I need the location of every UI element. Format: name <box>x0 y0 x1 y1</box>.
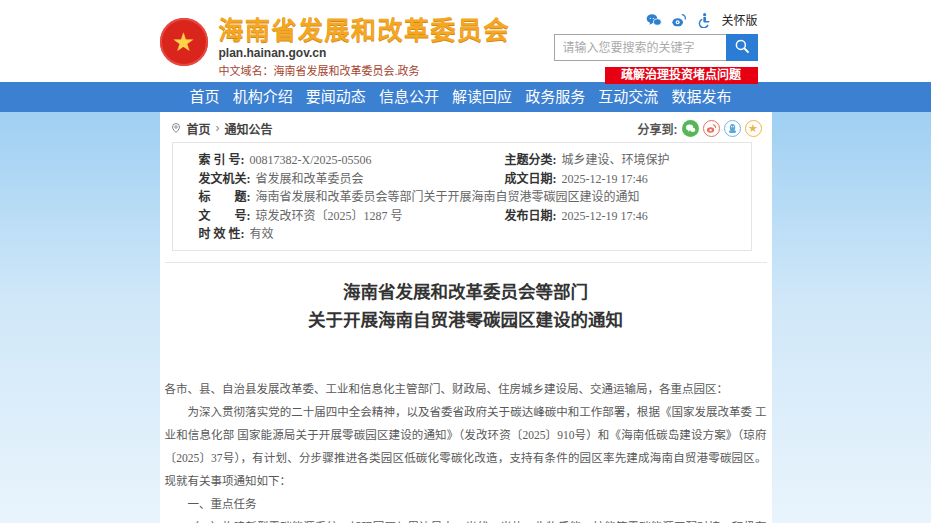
meta-doc-no-label: 文 号: <box>199 207 251 226</box>
site-logo[interactable]: ★ 海南省发展和改革委员会 plan.hainan.gov.cn 中文域名：海南… <box>160 15 511 78</box>
meta-title-value: 海南省发展和改革委员会等部门关于开展海南自贸港零碳园区建设的通知 <box>256 188 640 207</box>
meta-pub-date-label: 发布日期: <box>505 207 557 226</box>
meta-written-date-label: 成文日期: <box>505 170 557 189</box>
wechat-icon[interactable] <box>646 12 662 28</box>
breadcrumb-row: 首页 › 通知公告 分享到: ★ <box>160 117 772 139</box>
article-paragraph: （一）构建新型零碳能源系统。加强园区与周边风电、光伏、光热、生物质能、核能等零碳… <box>165 516 767 523</box>
site-header: ★ 海南省发展和改革委员会 plan.hainan.gov.cn 中文域名：海南… <box>0 0 931 82</box>
document-meta-table: 索 引 号: 00817382-X/2025-05506 主题分类: 城乡建设、… <box>172 142 752 251</box>
search-button[interactable] <box>726 34 758 61</box>
logo-text-block: 海南省发展和改革委员会 plan.hainan.gov.cn 中文域名：海南省发… <box>219 15 511 78</box>
share-wechat-icon[interactable] <box>682 120 699 137</box>
accessibility-icon[interactable] <box>696 12 712 28</box>
care-version-link[interactable]: 关怀版 <box>721 11 757 28</box>
meta-article-divider <box>165 262 767 263</box>
meta-validity-value: 有效 <box>250 225 274 244</box>
page: ★ 海南省发展和改革委员会 plan.hainan.gov.cn 中文域名：海南… <box>0 0 931 523</box>
article-salutation: 各市、县、自治县发展改革委、工业和信息化主管部门、财政局、住房城乡建设局、交通运… <box>165 378 767 401</box>
site-domain: plan.hainan.gov.cn <box>219 46 511 60</box>
article-body: 各市、县、自治县发展改革委、工业和信息化主管部门、财政局、住房城乡建设局、交通运… <box>160 378 772 523</box>
quick-links: 关怀版 <box>554 11 758 28</box>
location-pin-icon <box>170 122 182 134</box>
page-background: 首页 › 通知公告 分享到: ★ <box>0 112 931 523</box>
article-paragraph: 为深入贯彻落实党的二十届四中全会精神，以及省委省政府关于碳达峰碳中和工作部署，根… <box>165 401 767 493</box>
meta-row-validity: 时 效 性: 有效 <box>199 225 741 244</box>
main-nav: 首页 机构介绍 要闻动态 信息公开 解读回应 政务服务 互动交流 数据发布 <box>0 82 931 112</box>
meta-written-date-value: 2025-12-19 17:46 <box>562 170 648 189</box>
meta-topic-label: 主题分类: <box>505 151 557 170</box>
nav-item-info-disclosure[interactable]: 信息公开 <box>379 82 439 112</box>
search-icon <box>733 37 751 58</box>
meta-index-value: 00817382-X/2025-05506 <box>250 151 372 170</box>
breadcrumb-separator: › <box>216 121 220 135</box>
share-favorite-star-icon[interactable]: ★ <box>745 120 762 137</box>
meta-row-index: 索 引 号: 00817382-X/2025-05506 主题分类: 城乡建设、… <box>199 151 741 170</box>
nav-item-interaction[interactable]: 互动交流 <box>598 82 658 112</box>
meta-row-doc-no: 文 号: 琼发改环资〔2025〕1287 号 发布日期: 2025-12-19 … <box>199 207 741 226</box>
nav-item-gov-services[interactable]: 政务服务 <box>525 82 585 112</box>
search-bar <box>554 34 758 61</box>
meta-agency-value: 省发展和改革委员会 <box>256 170 364 189</box>
nav-item-interpretation[interactable]: 解读回应 <box>452 82 512 112</box>
weibo-icon[interactable] <box>671 12 687 28</box>
breadcrumb: 首页 › 通知公告 <box>170 120 273 137</box>
meta-title-label: 标 题: <box>199 188 251 207</box>
meta-topic-value: 城乡建设、环境保护 <box>562 151 670 170</box>
share-label: 分享到: <box>638 120 678 137</box>
site-title: 海南省发展和改革委员会 <box>219 15 511 45</box>
meta-agency-label: 发文机关: <box>199 170 251 189</box>
nav-item-home[interactable]: 首页 <box>190 82 220 112</box>
document-title-line1: 海南省发展和改革委员会等部门 <box>160 278 772 306</box>
search-input[interactable] <box>554 34 726 61</box>
share-qq-icon[interactable] <box>724 120 741 137</box>
meta-row-agency: 发文机关: 省发展和改革委员会 成文日期: 2025-12-19 17:46 <box>199 170 741 189</box>
nav-item-data-release[interactable]: 数据发布 <box>671 82 731 112</box>
document-title-line2: 关于开展海南自贸港零碳园区建设的通知 <box>160 306 772 334</box>
meta-index-label: 索 引 号: <box>199 151 245 170</box>
meta-pub-date-value: 2025-12-19 17:46 <box>562 207 648 226</box>
breadcrumb-home[interactable]: 首页 <box>187 120 211 137</box>
article-section-heading: 一、重点任务 <box>165 493 767 516</box>
meta-doc-no-value: 琼发改环资〔2025〕1287 号 <box>256 207 403 226</box>
content-panel: 首页 › 通知公告 分享到: ★ <box>160 112 772 523</box>
document-title: 海南省发展和改革委员会等部门 关于开展海南自贸港零碳园区建设的通知 <box>160 278 772 334</box>
header-tools: 关怀版 疏解治理投资堵点问题 <box>554 11 758 84</box>
meta-row-title: 标 题: 海南省发展和改革委员会等部门关于开展海南自贸港零碳园区建设的通知 <box>199 188 741 207</box>
nav-item-org-intro[interactable]: 机构介绍 <box>233 82 293 112</box>
site-cn-domain: 中文域名：海南省发展和改革委员会.政务 <box>219 62 511 78</box>
national-emblem-icon: ★ <box>160 18 208 66</box>
breadcrumb-current: 通知公告 <box>225 120 273 137</box>
share-bar: 分享到: ★ <box>638 120 762 137</box>
meta-validity-label: 时 效 性: <box>199 225 245 244</box>
share-weibo-icon[interactable] <box>703 120 720 137</box>
nav-item-news[interactable]: 要闻动态 <box>306 82 366 112</box>
